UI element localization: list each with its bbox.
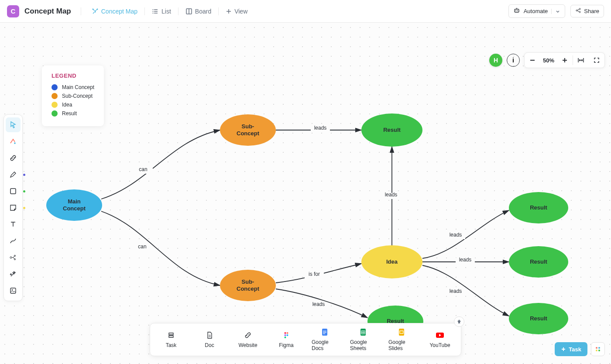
node-main[interactable]: MainConcept <box>46 189 102 221</box>
tab-concept-map[interactable]: Concept Map <box>86 5 143 17</box>
tab-board[interactable]: Board <box>180 5 216 17</box>
sticky-tool[interactable] <box>6 200 21 215</box>
svg-point-64 <box>598 347 600 349</box>
pointer-tool[interactable] <box>6 117 21 132</box>
ai-tool[interactable] <box>6 134 21 149</box>
pin-button[interactable] <box>454 316 464 327</box>
app-title: Concept Map <box>24 7 71 16</box>
svg-point-0 <box>92 8 93 10</box>
zoom-value[interactable]: 50% <box>540 57 557 64</box>
legend-dot <box>51 110 58 117</box>
tab-list[interactable]: List <box>147 5 176 17</box>
edge-label[interactable]: leads <box>385 192 398 198</box>
edge[interactable] <box>422 265 509 316</box>
zoom-in-button[interactable] <box>557 52 573 68</box>
bottom-item-gsheets[interactable]: Google Sheets <box>350 328 376 351</box>
bottom-item-link[interactable]: Website <box>235 331 261 348</box>
legend-dot <box>51 102 58 108</box>
edge-label[interactable]: leads <box>459 257 472 263</box>
svg-text:Sub-: Sub- <box>242 123 254 130</box>
edge-label[interactable]: can <box>138 244 146 250</box>
share-icon <box>575 7 581 15</box>
chevron-down-icon[interactable] <box>551 9 560 14</box>
node-idea[interactable]: Idea <box>361 245 422 278</box>
canvas[interactable]: cancanleadsis forleadsleadsleadsleadslea… <box>0 23 611 364</box>
bottom-item-label: Google Slides <box>388 339 415 351</box>
svg-rect-7 <box>515 9 519 12</box>
edge-label[interactable]: leads <box>314 125 327 131</box>
svg-rect-57 <box>323 333 325 334</box>
bottom-item-figma[interactable]: Figma <box>273 331 299 348</box>
connector-tool[interactable] <box>6 234 21 248</box>
separator <box>178 7 178 15</box>
bottom-item-task[interactable]: Task <box>158 331 184 348</box>
node-res1[interactable]: Result <box>361 113 422 147</box>
add-view-button[interactable]: View <box>220 5 253 17</box>
svg-point-2 <box>94 10 96 12</box>
robot-icon <box>513 7 520 15</box>
svg-text:Idea: Idea <box>386 258 398 265</box>
link-tool[interactable] <box>6 151 21 165</box>
bottom-item-label: Google Docs <box>312 339 338 351</box>
left-toolbar <box>3 114 23 301</box>
legend-item: Main Concept <box>51 84 94 90</box>
node-res4[interactable]: Result <box>509 246 568 278</box>
svg-point-49 <box>285 332 286 334</box>
svg-rect-43 <box>10 189 16 194</box>
link-icon <box>244 331 252 340</box>
top-bar: C Concept Map Concept Map List Board <box>0 0 611 23</box>
edge[interactable] <box>422 210 509 258</box>
task-button-label: Task <box>569 346 581 353</box>
tab-label: List <box>161 8 171 15</box>
info-button[interactable]: i <box>507 54 520 67</box>
node-sub1[interactable]: Sub-Concept <box>220 114 276 146</box>
concept-map-icon <box>92 8 99 15</box>
top-right-controls: H i 50% <box>489 52 605 68</box>
fullscreen-button[interactable] <box>589 52 604 68</box>
edge[interactable] <box>101 211 220 285</box>
app-icon: C <box>7 5 19 17</box>
edge-label[interactable]: is for <box>309 271 320 277</box>
svg-text:Sub-: Sub- <box>242 278 254 285</box>
bottom-item-doc[interactable]: Doc <box>196 331 223 348</box>
share-button[interactable]: Share <box>570 5 604 17</box>
svg-point-11 <box>579 8 580 10</box>
magic-tool[interactable] <box>6 267 21 282</box>
legend[interactable]: LEGEND Main ConceptSub-ConceptIdeaResult <box>42 65 104 126</box>
fit-width-button[interactable] <box>573 52 589 68</box>
automate-button[interactable]: Automate <box>508 4 566 18</box>
bottom-item-gdocs[interactable]: Google Docs <box>312 328 338 351</box>
svg-point-12 <box>579 11 580 13</box>
svg-text:Concept: Concept <box>63 205 86 212</box>
bottom-item-youtube[interactable]: YouTube <box>427 331 453 348</box>
figma-icon <box>282 331 291 340</box>
text-tool[interactable] <box>6 217 21 232</box>
svg-point-44 <box>10 257 12 258</box>
zoom-out-button[interactable] <box>525 52 540 68</box>
node-res3[interactable]: Result <box>509 192 568 223</box>
svg-point-50 <box>287 332 288 334</box>
edge[interactable] <box>101 130 220 199</box>
legend-label: Result <box>62 110 77 117</box>
gsheets-icon <box>359 328 367 337</box>
legend-label: Main Concept <box>62 84 94 90</box>
bottom-item-gslides[interactable]: Google Slides <box>388 328 415 351</box>
legend-item: Sub-Concept <box>51 93 94 99</box>
node-res5[interactable]: Result <box>509 303 568 334</box>
pen-tool[interactable] <box>6 167 21 182</box>
legend-dot <box>51 84 58 90</box>
edge-label[interactable]: leads <box>312 301 325 307</box>
separator <box>144 7 145 15</box>
shape-tool[interactable] <box>6 184 21 199</box>
mindmap-tool[interactable] <box>6 250 21 265</box>
node-sub2[interactable]: Sub-Concept <box>220 270 276 301</box>
image-tool[interactable] <box>6 283 21 298</box>
edge-label[interactable]: can <box>139 166 147 172</box>
avatar[interactable]: H <box>489 54 502 67</box>
edge-label[interactable]: leads <box>450 288 462 294</box>
apps-button[interactable] <box>591 342 605 356</box>
add-task-button[interactable]: Task <box>555 342 587 356</box>
edge-label[interactable]: leads <box>450 232 462 238</box>
svg-point-10 <box>576 10 577 11</box>
plus-icon <box>226 8 232 14</box>
